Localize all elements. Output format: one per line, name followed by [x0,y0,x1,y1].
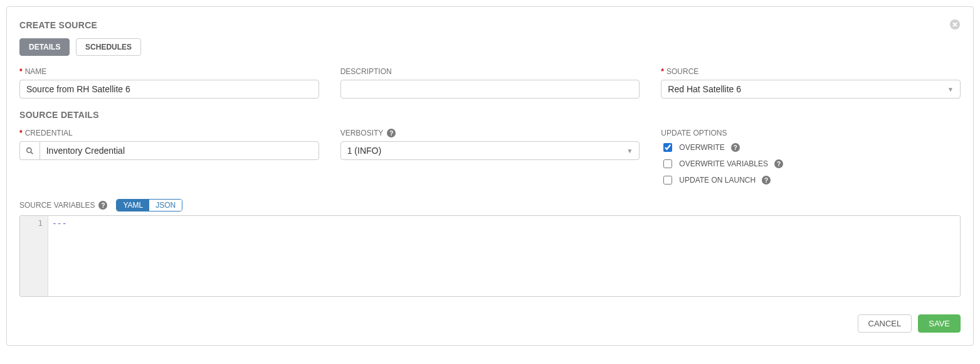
field-description: DESCRIPTION [340,67,640,99]
field-name: *NAME [19,67,319,99]
tab-details[interactable]: DETAILS [19,38,70,56]
field-source: *SOURCE Red Hat Satellite 6 ▼ [661,67,961,99]
search-icon [26,147,34,155]
verbosity-select[interactable]: 1 (INFO) ▼ [340,141,640,160]
toggle-json[interactable]: JSON [149,200,182,211]
svg-line-2 [31,152,33,154]
field-credential: *CREDENTIAL [19,129,319,186]
credential-lookup-button[interactable] [19,141,40,160]
tabs: DETAILS SCHEDULES [19,38,961,56]
name-label: NAME [25,67,47,76]
field-update-options: UPDATE OPTIONS OVERWRITE ? OVERWRITE VAR… [661,129,961,186]
toggle-yaml[interactable]: YAML [117,200,149,211]
update-on-launch-option[interactable]: UPDATE ON LAUNCH ? [661,174,961,186]
overwrite-vars-label: OVERWRITE VARIABLES [679,159,768,168]
editor-content[interactable]: --- [48,216,960,296]
caret-down-icon: ▼ [626,147,633,154]
name-input[interactable] [19,80,319,99]
caret-down-icon: ▼ [947,86,954,93]
help-icon[interactable]: ? [774,159,783,168]
panel-title: CREATE SOURCE [19,20,97,30]
credential-label: CREDENTIAL [25,129,73,137]
help-icon[interactable]: ? [762,176,771,185]
help-icon[interactable]: ? [731,143,740,152]
source-variables-editor[interactable]: 1 --- [19,215,961,297]
overwrite-vars-option[interactable]: OVERWRITE VARIABLES ? [661,158,961,170]
source-label: SOURCE [667,67,698,76]
overwrite-checkbox[interactable] [663,143,672,152]
required-asterisk: * [661,67,664,76]
save-button[interactable]: SAVE [918,314,961,333]
verbosity-label: VERBOSITY [340,129,384,137]
row-source-details: *CREDENTIAL VERBOSITY ? 1 (INFO) ▼ UPDAT… [19,129,961,186]
create-source-panel: CREATE SOURCE DETAILS SCHEDULES *NAME DE… [6,6,974,346]
row-main-fields: *NAME DESCRIPTION *SOURCE Red Hat Satell… [19,67,961,99]
help-icon[interactable]: ? [98,201,107,210]
line-number: 1 [38,218,43,228]
overwrite-vars-checkbox[interactable] [663,159,672,168]
required-asterisk: * [19,129,23,137]
required-asterisk: * [19,67,23,76]
description-input[interactable] [340,80,640,99]
description-label: DESCRIPTION [340,67,392,76]
verbosity-select-value: 1 (INFO) [347,146,381,156]
overwrite-option[interactable]: OVERWRITE ? [661,141,961,154]
svg-point-1 [26,147,31,152]
update-options-label: UPDATE OPTIONS [661,129,727,137]
update-on-launch-label: UPDATE ON LAUNCH [679,176,756,185]
panel-header: CREATE SOURCE [19,19,961,31]
field-verbosity: VERBOSITY ? 1 (INFO) ▼ [340,129,640,186]
source-variables-label: SOURCE VARIABLES [19,201,95,210]
source-details-heading: SOURCE DETAILS [19,110,961,120]
overwrite-label: OVERWRITE [679,143,724,152]
cancel-button[interactable]: CANCEL [858,314,912,333]
footer-actions: CANCEL SAVE [19,314,961,333]
close-icon[interactable] [949,19,961,31]
source-variables-header: SOURCE VARIABLES ? YAML JSON [19,199,961,211]
source-select[interactable]: Red Hat Satellite 6 ▼ [661,80,961,99]
source-select-value: Red Hat Satellite 6 [668,84,741,94]
help-icon[interactable]: ? [387,129,396,137]
credential-input[interactable] [40,141,319,160]
format-toggle: YAML JSON [116,199,182,211]
tab-schedules[interactable]: SCHEDULES [76,38,141,56]
update-on-launch-checkbox[interactable] [663,176,672,185]
editor-gutter: 1 [20,216,48,296]
